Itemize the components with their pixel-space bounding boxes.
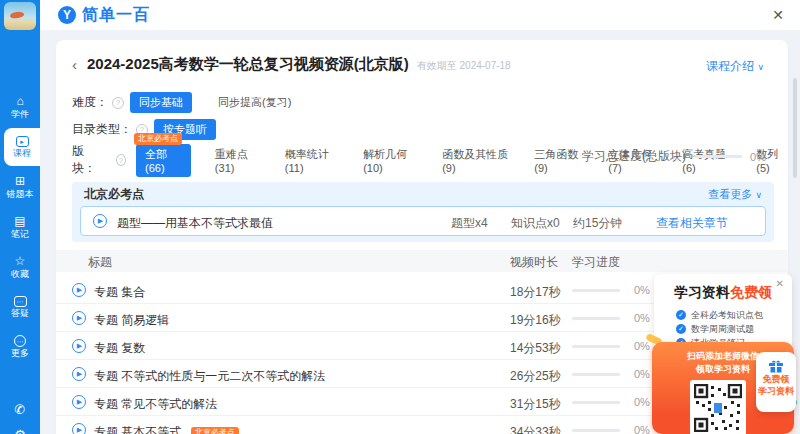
top-header: Y 简单一百 ✕ [40,0,800,30]
window-close-icon[interactable]: ✕ [772,7,784,23]
row-title: 专题 不等式的性质与一元二次不等式的解法 [94,368,325,385]
back-icon[interactable]: ‹ [72,56,77,73]
help-icon[interactable]: ? [112,97,124,109]
col-title: 标题 [88,254,112,271]
gear-icon[interactable]: ⚙ [14,427,26,434]
float-button-line2: 学习资料 [758,385,794,397]
must-test-badge: 北京必考点 [191,427,239,434]
phone-icon[interactable]: ✆ [15,402,26,417]
user-avatar[interactable] [4,2,36,30]
row-duration: 26分25秒 [510,368,561,385]
difficulty-chip-selected[interactable]: 同步基础 [130,92,192,113]
section-option[interactable]: 解析几何 (10) [363,147,418,174]
notes-icon: ▤ [14,215,25,228]
progress-bar [572,401,620,404]
progress-bar [572,429,620,432]
page-title: 2024-2025高考数学一轮总复习视频资源(北京版) [87,55,409,74]
row-progress: 0% [634,424,650,434]
scrollbar-thumb[interactable] [793,78,797,178]
progress-bar [572,289,620,292]
section-option[interactable]: 三角函数 (9) [534,147,584,174]
row-progress: 0% [634,396,650,408]
play-icon[interactable]: ▶ [72,339,86,353]
sidebar-bottom: ✆ ⚙ [0,402,40,434]
star-icon: ☆ [15,255,26,268]
chevron-down-icon: ∨ [757,62,764,72]
check-icon: ✓ [676,310,686,320]
view-more-label: 查看更多 [708,188,752,200]
play-icon[interactable]: ▶ [72,367,86,381]
course-intro-label: 课程介绍 [706,59,754,73]
related-chapters-link[interactable]: 查看相关章节 [656,215,728,232]
must-test-item[interactable]: ▶ 题型——用基本不等式求最值 题型x4 知识点x0 约15分钟 查看相关章节 [80,206,766,236]
sidebar-item-shoucang[interactable]: ☆ 收藏 [0,248,40,286]
help-icon[interactable]: ? [116,154,126,166]
sidebar-item-cuotiben[interactable]: ⊞ 错题本 [0,168,40,206]
section-option[interactable]: 重难点 (31) [215,147,261,174]
sidebar-item-biji[interactable]: ▤ 笔记 [0,208,40,246]
play-icon[interactable]: ▶ [72,283,86,297]
row-progress: 0% [634,340,650,352]
sections-chip-all[interactable]: 北京必考点 全部 (66) [136,144,191,177]
promo-title-black: 学习资料 [674,284,730,300]
row-title: 专题 复数 [94,340,145,357]
play-icon[interactable]: ▶ [72,423,86,434]
progress-bar [572,373,620,376]
free-materials-button[interactable]: 免费领 学习资料 [756,352,796,412]
validity-text: 有效期至 2024-07-18 [417,59,511,73]
difficulty-option[interactable]: 同步提高(复习) [218,95,291,110]
sidebar-nav: ⌂ 学件 ▸ 课程 ⊞ 错题本 ▤ 笔记 ☆ 收藏 ⋯ 答疑 ⋯ 更多 [0,88,40,368]
row-progress: 0% [634,368,650,380]
total-progress-label: 学习总进度(总版块) [582,148,686,165]
chat-icon: ⋯ [14,296,27,307]
play-icon[interactable]: ▶ [72,311,86,325]
title-row: ‹ 2024-2025高考数学一轮总复习视频资源(北京版) 有效期至 2024-… [72,54,768,74]
sidebar-item-kecheng[interactable]: ▸ 课程 [4,128,40,166]
promo-item: ✓ 全科必考知识点包 [676,308,792,322]
col-progress: 学习进度 [572,254,620,271]
sidebar-item-label: 更多 [11,348,29,359]
row-duration: 19分16秒 [510,312,561,329]
sidebar-item-label: 答疑 [11,308,29,319]
row-duration: 18分17秒 [510,284,561,301]
must-item-points: 知识点x0 [511,215,560,232]
sidebar-item-label: 学件 [11,109,29,120]
row-title: 专题 集合 [94,284,145,301]
must-test-corner-tag: 北京必考点 [134,133,182,145]
more-icon: ⋯ [14,335,26,347]
row-title: 专题 基本不等式 北京必考点 [94,424,239,434]
sidebar-item-label: 收藏 [11,269,29,280]
sidebar-item-label: 笔记 [11,229,29,240]
qr-code [690,380,746,434]
play-icon[interactable]: ▶ [93,214,107,228]
must-test-header: 北京必考点 查看更多 ∨ [72,182,774,206]
sidebar-item-gengduo[interactable]: ⋯ 更多 [0,328,40,366]
sidebar-item-label: 课程 [13,148,31,159]
sections-label: 版块： [72,143,102,177]
total-progress-percent: 0% [750,151,766,163]
promo-title: 学习资料免费领 [654,284,792,302]
gift-icon [768,359,784,373]
sidebar: ⌂ 学件 ▸ 课程 ⊞ 错题本 ▤ 笔记 ☆ 收藏 ⋯ 答疑 ⋯ 更多 ✆ ⚙ [0,0,40,434]
progress-bar [572,345,620,348]
table-header: 标题 视频时长 学习进度 [56,250,788,272]
view-more-link[interactable]: 查看更多 ∨ [708,187,762,202]
sections-chip-all-label: 全部 (66) [145,148,167,174]
promo-title-accent: 免费领 [730,284,772,300]
sidebar-item-dayi[interactable]: ⋯ 答疑 [0,288,40,326]
section-option[interactable]: 概率统计 (11) [285,147,339,174]
section-option[interactable]: 函数及其性质 (9) [442,147,510,174]
row-title-text: 专题 基本不等式 [94,425,181,434]
course-intro-link[interactable]: 课程介绍 ∨ [706,58,764,75]
chevron-down-icon: ∨ [755,190,762,200]
sidebar-item-xuejian[interactable]: ⌂ 学件 [0,88,40,126]
home-icon: ⌂ [16,95,23,108]
must-item-duration: 约15分钟 [573,215,622,232]
promo-close-icon[interactable]: ✕ [776,278,784,289]
must-test-title: 北京必考点 [84,186,144,203]
check-icon: ✓ [676,324,686,334]
play-icon[interactable]: ▶ [72,395,86,409]
total-progress-bar [694,155,742,158]
promo-item-text: 全科必考知识点包 [691,308,763,322]
total-progress: 学习总进度(总版块) 0% [582,148,766,165]
